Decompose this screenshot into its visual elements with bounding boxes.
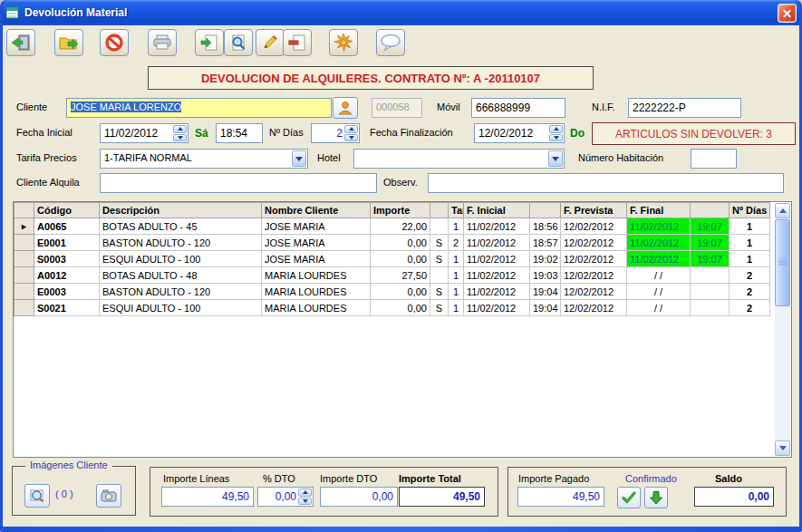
col-header-hora-final[interactable] [691, 203, 730, 218]
hotel-select[interactable] [353, 149, 565, 169]
fecha-final-spinner[interactable] [549, 125, 563, 141]
confirm-button[interactable] [617, 487, 641, 508]
dto-spinner[interactable] [298, 488, 312, 505]
col-header-s[interactable] [430, 203, 449, 218]
exit-button[interactable] [6, 29, 35, 56]
capture-image-button[interactable] [96, 484, 121, 508]
cell-f-prevista: 12/02/2012 [561, 284, 627, 300]
chevron-down-icon[interactable] [548, 150, 563, 167]
cell-importe: 27,50 [371, 267, 430, 284]
col-header-selector[interactable] [14, 203, 34, 218]
cancel-button[interactable] [100, 29, 129, 56]
col-header-codigo[interactable]: Código [34, 203, 100, 218]
table-row[interactable]: S0003 ESQUI ADULTO - 100 JOSE MARIA 0,00… [14, 251, 770, 267]
row-selector[interactable] [14, 251, 34, 267]
fecha-final-input[interactable]: 12/02/2012 [474, 123, 565, 143]
col-header-importe[interactable]: Importe [371, 203, 430, 218]
chevron-down-icon[interactable] [292, 150, 306, 167]
cell-nombre: MARIA LOURDES [262, 300, 371, 316]
cliente-alquila-input[interactable] [100, 173, 377, 193]
spin-up-icon [178, 127, 183, 131]
view-images-button[interactable] [24, 484, 50, 508]
col-header-nombre-cliente[interactable]: Nombre Cliente [262, 203, 371, 218]
row-pointer-icon[interactable]: ► [14, 218, 34, 235]
col-header-f-inicial[interactable]: F. Inicial [464, 203, 530, 218]
num-dias-input[interactable]: 2 [311, 123, 360, 143]
delete-line-button[interactable] [283, 29, 312, 56]
cell-f-final: 11/02/2012 [627, 251, 691, 267]
close-button[interactable] [778, 4, 797, 23]
row-selector[interactable] [14, 235, 34, 251]
col-header-f-prevista[interactable]: F. Prevista [561, 203, 627, 218]
col-header-dias[interactable]: Nº Días [730, 203, 770, 218]
cell-f-prevista: 12/02/2012 [561, 235, 627, 251]
check-icon [621, 490, 637, 505]
scroll-down-button[interactable] [775, 440, 790, 456]
cell-hora-inicial: 19:02 [530, 251, 561, 267]
cell-s: S [430, 251, 449, 267]
col-header-hora-inicial[interactable] [530, 203, 561, 218]
nif-input[interactable]: 2222222-P [628, 98, 741, 118]
tarifa-select[interactable]: 1-TARIFA NORMAL [100, 149, 308, 169]
next-record-button[interactable] [195, 29, 224, 56]
cliente-input[interactable]: JOSE MARIA LORENZO [66, 98, 332, 118]
row-selector[interactable] [14, 284, 34, 300]
col-header-f-final[interactable]: F. Final [627, 203, 691, 218]
print-button[interactable] [148, 29, 177, 56]
observ-input[interactable] [428, 173, 784, 193]
cell-importe: 0,00 [371, 235, 430, 251]
cell-descripcion: ESQUI ADULTO - 100 [100, 251, 262, 267]
cell-f-prevista: 12/02/2012 [561, 267, 627, 284]
scroll-thumb[interactable] [775, 219, 790, 306]
tarifa-label: Tarifa Precios [16, 152, 77, 163]
printer-icon [151, 34, 173, 52]
images-count: ( 0 ) [55, 488, 73, 499]
table-row[interactable]: E0003 BASTON ADULTO - 120 MARIA LOURDES … [14, 284, 770, 300]
importe-total-field: 49,50 [399, 487, 485, 507]
row-selector[interactable] [14, 267, 34, 284]
importe-dto-field: 0,00 [320, 487, 398, 507]
spin-up-icon [349, 127, 354, 131]
table-row[interactable]: ► A0065 BOTAS ADULTO - 45 JOSE MARIA 22,… [14, 218, 770, 235]
table-row[interactable]: S0021 ESQUI ADULTO - 100 MARIA LOURDES 0… [14, 300, 770, 316]
cell-f-prevista: 12/02/2012 [561, 218, 627, 235]
fecha-inicial-spinner[interactable] [173, 125, 187, 141]
col-header-descripcion[interactable]: Descripción [100, 203, 262, 218]
cell-dias: 2 [730, 267, 770, 284]
dto-pct-field[interactable]: 0,00 [257, 487, 314, 507]
grid-scrollbar[interactable] [775, 203, 790, 456]
cell-hora-inicial: 19:04 [530, 284, 561, 300]
cell-tar: 2 [449, 235, 464, 251]
cell-descripcion: BASTON ADULTO - 120 [100, 284, 262, 300]
cell-hora-inicial: 18:57 [530, 235, 561, 251]
habitacion-input[interactable] [691, 149, 737, 169]
open-button[interactable] [54, 29, 83, 56]
settings-button[interactable] [329, 29, 358, 56]
cell-f-prevista: 12/02/2012 [561, 300, 627, 316]
cell-dias: 1 [730, 251, 770, 267]
table-row[interactable]: E0001 BASTON ADULTO - 120 JOSE MARIA 0,0… [14, 235, 770, 251]
row-selector[interactable] [14, 300, 34, 316]
titlebar[interactable]: Devolución Material [3, 0, 799, 25]
open-folder-icon [58, 34, 80, 52]
pay-down-button[interactable] [644, 487, 668, 508]
scroll-down-icon [779, 446, 787, 450]
search-record-button[interactable] [224, 29, 253, 56]
movil-label: Móvil [437, 102, 460, 112]
edit-button[interactable] [256, 29, 285, 56]
observ-label: Observ. [383, 177, 418, 188]
cell-f-final: 11/02/2012 [627, 218, 691, 235]
window-title: Devolución Material [24, 6, 127, 19]
table-row[interactable]: A0012 BOTAS ADULTO - 48 MARIA LOURDES 27… [14, 267, 770, 284]
cell-descripcion: BOTAS ADULTO - 45 [100, 218, 262, 235]
col-header-tar[interactable]: Tar [449, 203, 464, 218]
movil-input[interactable]: 666888999 [471, 98, 565, 118]
hora-inicial-input[interactable]: 18:54 [216, 123, 263, 143]
cell-s [430, 218, 449, 235]
comment-button[interactable] [376, 29, 405, 56]
scroll-up-button[interactable] [775, 203, 790, 218]
select-client-button[interactable] [333, 97, 358, 119]
fecha-inicial-input[interactable]: 11/02/2012 [100, 123, 188, 143]
speech-bubble-icon [379, 34, 402, 52]
num-dias-spinner[interactable] [344, 125, 358, 141]
